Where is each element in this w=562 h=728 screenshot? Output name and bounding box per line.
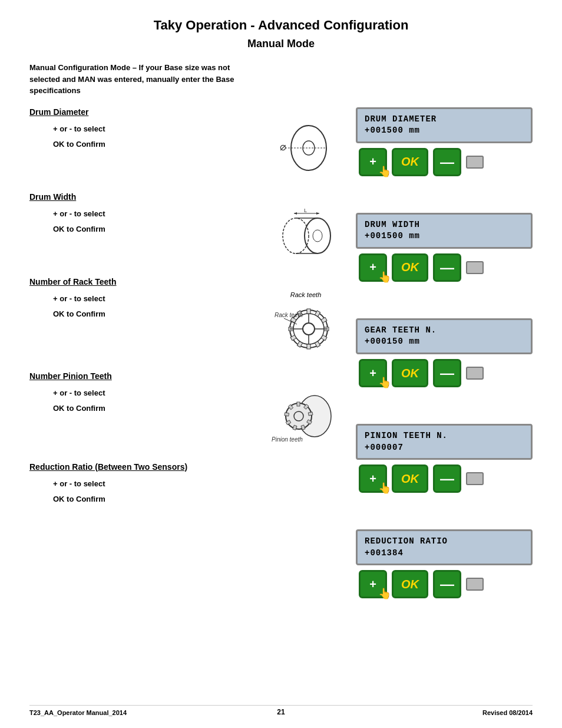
instructions-rack-teeth: + or - to select OK to Confirm xyxy=(29,291,256,322)
section-body-reduction-ratio: + or - to select OK to Confirm xyxy=(29,476,344,507)
rack-teeth-label: Rack teeth xyxy=(290,291,322,298)
lcd-rack-teeth: GEAR TEETH N. +000150 mm xyxy=(356,318,533,354)
drum-diameter-svg: ⌀ xyxy=(276,121,335,174)
minus-button-5[interactable]: — xyxy=(433,570,461,598)
plus-icon-2: + xyxy=(369,261,376,274)
instruction-plus-select-3: + or - to select xyxy=(29,291,256,307)
plus-icon-3: + xyxy=(369,367,376,380)
section-drum-width: Drum Width + or - to select OK to Confir… xyxy=(29,192,344,259)
right-column: DRUM DIAMETER +001500 mm + 👆 OK — xyxy=(356,107,533,612)
lcd-reduction-ratio: REDUCTION RATIO +001384 xyxy=(356,529,533,565)
main-content: Drum Diameter + or - to select OK to Con… xyxy=(29,107,533,612)
instruction-ok-confirm-4: OK to Confirm xyxy=(29,401,256,416)
lcd-line1-3: GEAR TEETH N. xyxy=(365,325,524,337)
instruction-plus-select-2: + or - to select xyxy=(29,206,256,222)
section-drum-diameter: Drum Diameter + or - to select OK to Con… xyxy=(29,107,344,174)
minus-button-1[interactable]: — xyxy=(433,148,461,176)
footer-right: Revised 08/2014 xyxy=(482,709,533,716)
ok-button-2[interactable]: OK xyxy=(392,253,428,282)
page-subtitle: Manual Mode xyxy=(29,38,533,50)
pinion-teeth-svg: Pinion teeth xyxy=(270,386,341,444)
instruction-plus-select-4: + or - to select xyxy=(29,386,256,401)
diagram-drum-width: L xyxy=(267,206,344,259)
plus-icon-5: + xyxy=(369,578,376,591)
svg-text:Pinion teeth: Pinion teeth xyxy=(272,436,303,443)
plus-button-1[interactable]: + 👆 xyxy=(359,148,387,176)
page-number: 21 xyxy=(277,708,285,716)
minus-icon-4: — xyxy=(440,470,454,487)
lcd-line1-1: DRUM DIAMETER xyxy=(365,114,524,126)
plus-button-2[interactable]: + 👆 xyxy=(359,253,387,282)
lcd-pinion-teeth: PINION TEETH N. +000007 xyxy=(356,424,533,460)
display-group-1: DRUM DIAMETER +001500 mm + 👆 OK — xyxy=(356,107,533,187)
lcd-line1-4: PINION TEETH N. xyxy=(365,430,524,442)
lcd-drum-width: DRUM WIDTH +001500 mm xyxy=(356,213,533,249)
svg-rect-36 xyxy=(297,402,300,406)
hand-icon-3: 👆 xyxy=(378,376,391,389)
instructions-pinion-teeth: + or - to select OK to Confirm xyxy=(29,386,256,416)
section-rack-teeth: Number of Rack Teeth + or - to select OK… xyxy=(29,277,344,354)
hand-icon-2: 👆 xyxy=(378,271,391,284)
diagram-rack-teeth: Rack teeth xyxy=(267,291,344,354)
hand-icon-4: 👆 xyxy=(378,482,391,495)
lcd-line1-2: DRUM WIDTH xyxy=(365,219,524,231)
ok-button-4[interactable]: OK xyxy=(392,465,428,493)
section-title-drum-width: Drum Width xyxy=(29,192,344,202)
ok-button-3[interactable]: OK xyxy=(392,359,428,387)
section-title-drum-diameter: Drum Diameter xyxy=(29,107,344,117)
instruction-plus-select-1: + or - to select xyxy=(29,121,256,137)
plus-button-3[interactable]: + 👆 xyxy=(359,359,387,387)
small-device-2 xyxy=(466,261,484,274)
page-title: Taky Operation - Advanced Configuration xyxy=(29,18,533,33)
section-body-pinion-teeth: + or - to select OK to Confirm xyxy=(29,386,344,444)
svg-text:⌀: ⌀ xyxy=(280,141,286,153)
diagram-pinion-teeth: Pinion teeth xyxy=(267,386,344,444)
lcd-drum-diameter: DRUM DIAMETER +001500 mm xyxy=(356,107,533,143)
svg-rect-43 xyxy=(285,412,289,416)
svg-rect-21 xyxy=(307,344,310,349)
instruction-ok-confirm-2: OK to Confirm xyxy=(29,222,256,237)
svg-marker-11 xyxy=(316,212,319,215)
svg-rect-15 xyxy=(307,309,310,314)
hand-icon-5: 👆 xyxy=(378,587,391,600)
minus-button-3[interactable]: — xyxy=(433,359,461,387)
section-title-rack-teeth: Number of Rack Teeth xyxy=(29,277,344,286)
plus-button-5[interactable]: + 👆 xyxy=(359,570,387,598)
small-device-1 xyxy=(466,156,484,169)
hand-icon-1: 👆 xyxy=(378,165,391,178)
instruction-ok-confirm-1: OK to Confirm xyxy=(29,137,256,152)
btn-row-5: + 👆 OK — xyxy=(356,570,533,598)
ok-label-1: OK xyxy=(401,155,419,169)
svg-point-27 xyxy=(303,323,315,335)
instructions-drum-width: + or - to select OK to Confirm xyxy=(29,206,256,237)
left-column: Drum Diameter + or - to select OK to Con… xyxy=(29,107,356,612)
plus-button-4[interactable]: + 👆 xyxy=(359,465,387,493)
minus-button-2[interactable]: — xyxy=(433,253,461,282)
small-device-4 xyxy=(466,472,484,485)
section-body-drum-diameter: + or - to select OK to Confirm ⌀ xyxy=(29,121,344,174)
section-reduction-ratio: Reduction Ratio (Between Two Sensors) + … xyxy=(29,462,344,507)
instruction-plus-select-5: + or - to select xyxy=(29,476,256,492)
plus-icon-1: + xyxy=(369,155,376,169)
btn-row-3: + 👆 OK — xyxy=(356,359,533,387)
btn-row-1: + 👆 OK — xyxy=(356,148,533,176)
section-pinion-teeth: Number Pinion Teeth + or - to select OK … xyxy=(29,371,344,444)
display-group-4: PINION TEETH N. +000007 + 👆 OK — xyxy=(356,424,533,503)
ok-button-1[interactable]: OK xyxy=(392,148,428,176)
lcd-line2-5: +001384 xyxy=(365,548,524,559)
small-device-3 xyxy=(466,367,484,380)
minus-button-4[interactable]: — xyxy=(433,465,461,493)
intro-text: Manual Configuration Mode – If your Base… xyxy=(29,62,242,97)
lcd-line2-3: +000150 mm xyxy=(365,336,524,348)
ok-label-4: OK xyxy=(401,472,419,486)
lcd-line2-1: +001500 mm xyxy=(365,125,524,137)
drum-width-svg: L xyxy=(273,206,338,259)
ok-button-5[interactable]: OK xyxy=(392,570,428,598)
footer-left: T23_AA_Operator Manual_2014 xyxy=(29,709,127,716)
display-group-5: REDUCTION RATIO +001384 + 👆 OK — xyxy=(356,529,533,609)
instruction-ok-confirm-3: OK to Confirm xyxy=(29,307,256,322)
svg-marker-10 xyxy=(294,212,297,215)
diagram-drum-diameter: ⌀ xyxy=(267,121,344,174)
minus-icon-1: — xyxy=(440,154,454,170)
minus-icon-5: — xyxy=(440,576,454,592)
